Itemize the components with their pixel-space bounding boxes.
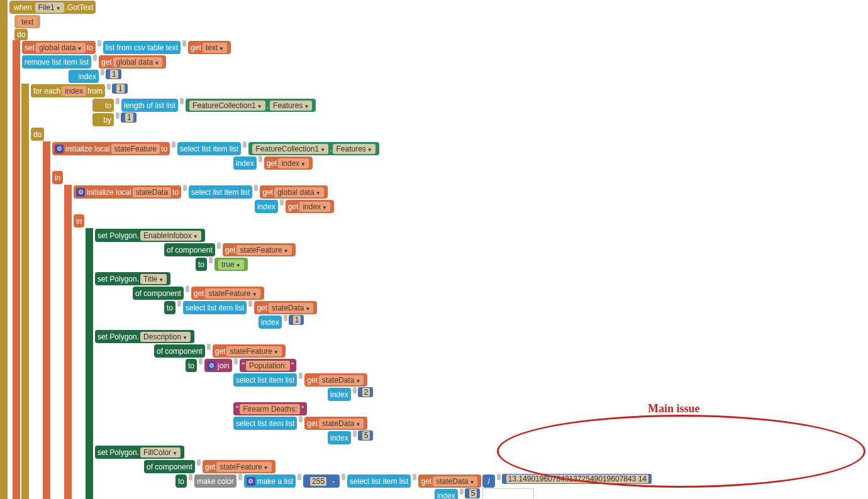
component-dropdown[interactable]: File1▼ xyxy=(35,3,64,13)
index-label2: index xyxy=(233,156,257,170)
foreach-block[interactable]: for each index from xyxy=(31,84,105,97)
by-label: by xyxy=(92,113,114,126)
length-block[interactable]: length of list list xyxy=(121,99,178,112)
event-param[interactable]: text xyxy=(14,15,40,28)
of-component4: of component xyxy=(144,460,195,473)
minus-block[interactable]: 255- xyxy=(303,474,340,488)
get-statedata[interactable]: getstateData▼ xyxy=(254,301,317,314)
do-label2: do xyxy=(31,128,44,141)
to-label3: to xyxy=(164,301,175,314)
get-text-block[interactable]: gettext▼ xyxy=(188,41,231,54)
get-statefeature[interactable]: getstateFeature▼ xyxy=(223,243,296,256)
get-statedata3[interactable]: getstateData▼ xyxy=(304,417,367,430)
get-index2[interactable]: getindex▼ xyxy=(286,200,334,213)
get-statefeature3[interactable]: getstateFeature▼ xyxy=(213,344,286,358)
set-polygon-title[interactable]: set Polygon.Title▼ xyxy=(95,272,170,285)
index-5b[interactable]: 5 xyxy=(465,488,481,498)
bignum[interactable]: 13.1490196078431372549019607843 14 xyxy=(502,474,652,484)
true-block[interactable]: true▼ xyxy=(214,258,248,271)
gear-icon3[interactable]: ⚙ xyxy=(207,361,216,370)
index-label3: index xyxy=(255,200,278,213)
empty-socket[interactable] xyxy=(482,488,534,499)
to-label5: to xyxy=(175,474,187,488)
of-component: of component xyxy=(164,243,215,256)
make-a-list-block[interactable]: ⚙make a list xyxy=(244,474,296,488)
of-component3: of component xyxy=(154,344,205,358)
select-list-item4[interactable]: select list item list xyxy=(233,373,297,387)
annotation-main-issue: Main issue xyxy=(648,402,700,415)
to-label: to xyxy=(92,99,114,112)
to-label4: to xyxy=(186,359,197,372)
get-statedata4[interactable]: getstateData▼ xyxy=(418,474,481,488)
select-list-item3[interactable]: select list item list xyxy=(183,301,247,314)
set-polygon-fillcolor[interactable]: set Polygon.FillColor▼ xyxy=(95,446,184,459)
fc-block2[interactable]: FeatureCollection1▼.Features▼ xyxy=(248,142,379,155)
number-1[interactable]: 1 xyxy=(106,69,121,79)
gear-icon2[interactable]: ⚙ xyxy=(76,188,85,197)
index-2[interactable]: 2 xyxy=(358,387,374,397)
gear-icon4[interactable]: ⚙ xyxy=(247,477,255,486)
index-1[interactable]: 1 xyxy=(289,315,304,325)
fc-block[interactable]: FeatureCollection1▼.Features▼ xyxy=(186,99,316,112)
var-dropdown[interactable]: global data▼ xyxy=(36,43,86,53)
select-list-item2[interactable]: select list item list xyxy=(189,185,252,199)
in-label: in xyxy=(52,171,63,184)
text-firearm[interactable]: "Firearm Deaths:" xyxy=(233,402,307,415)
from-val[interactable]: 1 xyxy=(112,84,128,94)
init-statefeature[interactable]: ⚙initialize local stateFeature to xyxy=(52,142,170,155)
get-statefeature4[interactable]: getstateFeature▼ xyxy=(203,460,275,473)
by-val[interactable]: 1 xyxy=(121,112,136,123)
index-label7: index xyxy=(435,489,458,499)
get-global-data2[interactable]: getglobal data▼ xyxy=(260,185,327,199)
index-5[interactable]: 5 xyxy=(358,430,374,441)
index-label4: index xyxy=(259,315,282,329)
get-statefeature2[interactable]: getstateFeature▼ xyxy=(191,287,264,300)
n255[interactable]: 255 xyxy=(306,476,330,486)
select-list-item[interactable]: select list item list xyxy=(177,142,241,155)
index-label5: index xyxy=(328,388,351,401)
text-population[interactable]: "Population:" xyxy=(240,359,297,372)
select-list-item5[interactable]: select list item list xyxy=(233,417,297,430)
gear-icon[interactable]: ⚙ xyxy=(55,145,64,153)
list-from-csv-block[interactable]: list from csv table text xyxy=(103,41,181,54)
set-polygon-description[interactable]: set Polygon.Description▼ xyxy=(95,330,194,343)
make-color-block[interactable]: make color xyxy=(194,474,236,488)
do-label: do xyxy=(14,29,28,40)
remove-list-item[interactable]: remove list item list xyxy=(22,55,91,69)
get-statedata2[interactable]: getstateData▼ xyxy=(304,373,367,387)
join-block[interactable]: ⚙join xyxy=(204,359,232,372)
div-block[interactable]: / xyxy=(482,474,494,488)
of-component2: of component xyxy=(133,287,184,300)
index-label6: index xyxy=(328,431,351,444)
to-label2: to xyxy=(196,258,207,271)
index-label: index xyxy=(69,70,99,83)
set-polygon-enableinfobox[interactable]: set Polygon.EnableInfobox▼ xyxy=(95,229,205,242)
get-global-data[interactable]: getglobal data▼ xyxy=(99,55,166,69)
get-index[interactable]: getindex▼ xyxy=(264,156,313,170)
init-statedata[interactable]: ⚙initialize local stateData to xyxy=(74,185,181,199)
set-global-data[interactable]: setglobal data▼to xyxy=(22,41,96,54)
in-label2: in xyxy=(74,214,84,228)
select-list-item6[interactable]: select list item list xyxy=(347,474,411,488)
event-header[interactable]: whenFile1▼.GotText xyxy=(9,1,96,14)
